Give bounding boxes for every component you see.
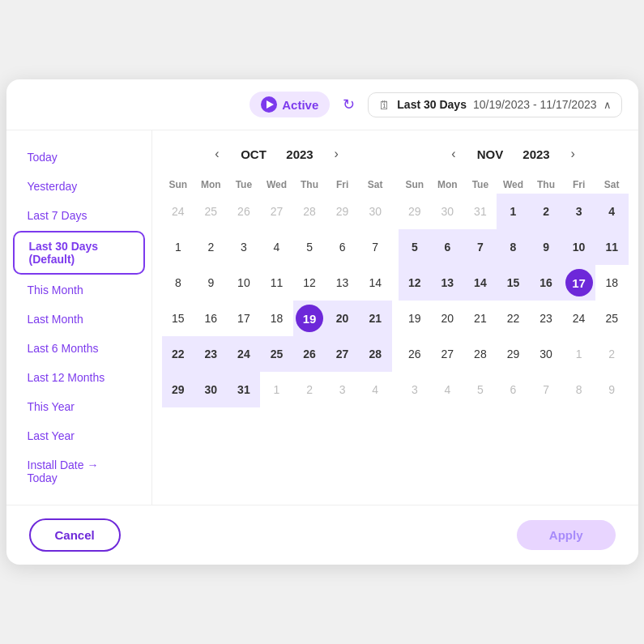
table-row[interactable]: 9 <box>595 372 629 407</box>
sidebar-item-thisyear[interactable]: This Year <box>13 393 145 420</box>
table-row[interactable]: 22 <box>497 301 530 336</box>
table-row[interactable]: 25 <box>194 194 228 229</box>
table-row[interactable]: 6 <box>431 229 464 265</box>
sidebar-item-lastmonth[interactable]: Last Month <box>13 305 145 333</box>
table-row[interactable]: 9 <box>530 229 563 265</box>
table-row[interactable]: 7 <box>530 372 563 407</box>
sidebar-item-last6months[interactable]: Last 6 Months <box>13 335 145 362</box>
table-row[interactable]: 24 <box>228 336 261 372</box>
table-row[interactable]: 12 <box>399 265 432 301</box>
table-row[interactable]: 25 <box>260 336 293 372</box>
table-row[interactable]: 23 <box>194 336 228 372</box>
table-row[interactable]: 16 <box>194 301 228 336</box>
table-row[interactable]: 29 <box>326 194 359 229</box>
table-row[interactable]: 30 <box>194 372 228 407</box>
table-row[interactable]: 8 <box>162 265 195 301</box>
table-row[interactable]: 31 <box>464 194 497 229</box>
table-row[interactable]: 16 <box>530 265 563 301</box>
table-row[interactable]: 31 <box>228 372 261 407</box>
table-row[interactable]: 18 <box>260 301 293 336</box>
table-row[interactable]: 3 <box>562 194 595 229</box>
table-row[interactable]: 2 <box>595 336 629 372</box>
nov-cal-next-btn[interactable]: › <box>565 143 582 164</box>
table-row[interactable]: 13 <box>326 265 359 301</box>
table-row[interactable]: 1 <box>497 194 530 229</box>
table-row[interactable]: 26 <box>228 194 261 229</box>
table-row[interactable]: 25 <box>595 301 629 336</box>
table-row[interactable]: 6 <box>497 372 530 407</box>
table-row[interactable]: 6 <box>326 229 359 265</box>
table-row[interactable]: 4 <box>431 372 464 407</box>
table-row[interactable]: 19 <box>399 301 432 336</box>
table-row[interactable]: 28 <box>359 336 392 372</box>
table-row[interactable]: 18 <box>595 265 629 301</box>
table-row[interactable]: 27 <box>326 336 359 372</box>
table-row[interactable]: 14 <box>464 265 497 301</box>
sidebar-item-lastyear[interactable]: Last Year <box>13 422 145 450</box>
table-row[interactable]: 17 <box>562 265 595 301</box>
table-row[interactable]: 3 <box>228 229 261 265</box>
table-row[interactable]: 20 <box>431 301 464 336</box>
table-row[interactable]: 20 <box>326 301 359 336</box>
table-row[interactable]: 4 <box>359 372 392 407</box>
table-row[interactable]: 27 <box>431 336 464 372</box>
table-row[interactable]: 21 <box>359 301 392 336</box>
table-row[interactable]: 30 <box>530 336 563 372</box>
table-row[interactable]: 3 <box>399 372 432 407</box>
table-row[interactable]: 1 <box>562 336 595 372</box>
table-row[interactable]: 7 <box>359 229 392 265</box>
table-row[interactable]: 14 <box>359 265 392 301</box>
table-row[interactable]: 28 <box>464 336 497 372</box>
table-row[interactable]: 29 <box>162 372 195 407</box>
table-row[interactable]: 10 <box>562 229 595 265</box>
table-row[interactable]: 4 <box>595 194 629 229</box>
oct-cal-next-btn[interactable]: › <box>328 143 345 164</box>
table-row[interactable]: 9 <box>194 265 228 301</box>
table-row[interactable]: 24 <box>562 301 595 336</box>
table-row[interactable]: 2 <box>293 372 326 407</box>
sidebar-item-today[interactable]: Today <box>13 143 145 171</box>
table-row[interactable]: 1 <box>162 229 195 265</box>
table-row[interactable]: 15 <box>162 301 195 336</box>
table-row[interactable]: 11 <box>595 229 629 265</box>
table-row[interactable]: 30 <box>431 194 464 229</box>
table-row[interactable]: 28 <box>293 194 326 229</box>
table-row[interactable]: 29 <box>399 194 432 229</box>
sidebar-item-thismonth[interactable]: This Month <box>13 276 145 304</box>
table-row[interactable]: 13 <box>431 265 464 301</box>
table-row[interactable]: 10 <box>228 265 261 301</box>
table-row[interactable]: 23 <box>530 301 563 336</box>
cancel-button[interactable]: Cancel <box>29 518 121 552</box>
table-row[interactable]: 3 <box>326 372 359 407</box>
table-row[interactable]: 26 <box>399 336 432 372</box>
nov-cal-prev-btn[interactable]: ‹ <box>445 143 462 164</box>
table-row[interactable]: 17 <box>228 301 261 336</box>
oct-cal-prev-btn[interactable]: ‹ <box>208 143 225 164</box>
table-row[interactable]: 12 <box>293 265 326 301</box>
sidebar-item-last12months[interactable]: Last 12 Months <box>13 364 145 391</box>
sidebar-item-yesterday[interactable]: Yesterday <box>13 173 145 200</box>
table-row[interactable]: 27 <box>260 194 293 229</box>
table-row[interactable]: 5 <box>293 229 326 265</box>
table-row[interactable]: 4 <box>260 229 293 265</box>
apply-button[interactable]: Apply <box>517 520 616 550</box>
sidebar-item-last30[interactable]: Last 30 Days (Default) <box>13 231 145 275</box>
table-row[interactable]: 26 <box>293 336 326 372</box>
table-row[interactable]: 2 <box>194 229 228 265</box>
table-row[interactable]: 15 <box>497 265 530 301</box>
table-row[interactable]: 1 <box>260 372 293 407</box>
sidebar-item-last7[interactable]: Last 7 Days <box>13 202 145 229</box>
table-row[interactable]: 11 <box>260 265 293 301</box>
table-row[interactable]: 8 <box>497 229 530 265</box>
table-row[interactable]: 5 <box>399 229 432 265</box>
table-row[interactable]: 22 <box>162 336 195 372</box>
table-row[interactable]: 21 <box>464 301 497 336</box>
table-row[interactable]: 2 <box>530 194 563 229</box>
table-row[interactable]: 24 <box>162 194 195 229</box>
table-row[interactable]: 5 <box>464 372 497 407</box>
table-row[interactable]: 8 <box>562 372 595 407</box>
table-row[interactable]: 29 <box>497 336 530 372</box>
table-row[interactable]: 30 <box>359 194 392 229</box>
table-row[interactable]: 7 <box>464 229 497 265</box>
table-row[interactable]: 19 <box>293 301 326 336</box>
